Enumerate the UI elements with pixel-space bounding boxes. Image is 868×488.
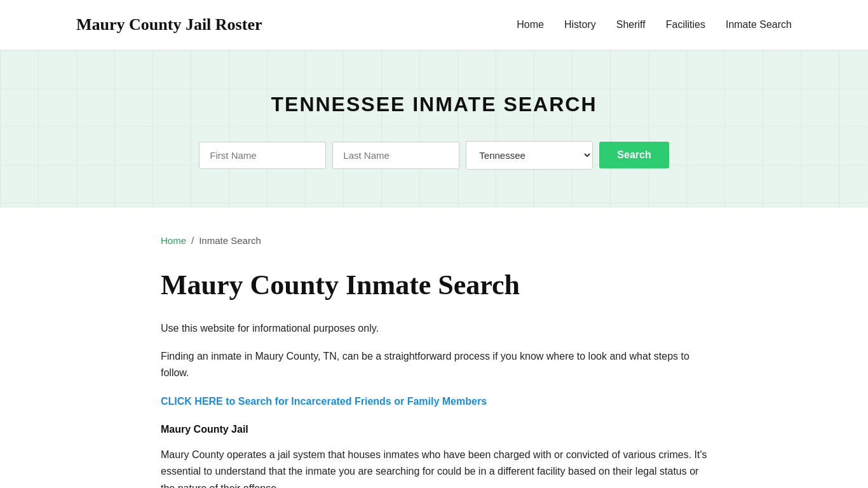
intro-para-1: Use this website for informational purpo…: [161, 320, 707, 337]
breadcrumb-separator: /: [191, 233, 194, 248]
search-form: Tennessee Alabama Georgia Search: [13, 141, 855, 170]
state-select[interactable]: Tennessee Alabama Georgia: [466, 141, 593, 170]
hero-section: TENNESSEE INMATE SEARCH Tennessee Alabam…: [0, 50, 868, 208]
intro-para-2: Finding an inmate in Maury County, TN, c…: [161, 348, 707, 382]
page-title: Maury County Inmate Search: [161, 269, 707, 302]
click-here-paragraph: CLICK HERE to Search for Incarcerated Fr…: [161, 393, 707, 410]
nav-history[interactable]: History: [564, 17, 596, 33]
site-title: Maury County Jail Roster: [76, 11, 262, 38]
breadcrumb: Home / Inmate Search: [161, 233, 707, 248]
hero-title: TENNESSEE INMATE SEARCH: [13, 88, 855, 121]
breadcrumb-home[interactable]: Home: [161, 233, 186, 248]
search-link[interactable]: CLICK HERE to Search for Incarcerated Fr…: [161, 396, 487, 407]
section1-body: Maury County operates a jail system that…: [161, 447, 707, 488]
nav-facilities[interactable]: Facilities: [666, 17, 705, 33]
nav-home[interactable]: Home: [517, 17, 544, 33]
breadcrumb-current: Inmate Search: [199, 233, 261, 248]
nav-sheriff[interactable]: Sheriff: [616, 17, 646, 33]
last-name-input[interactable]: [332, 142, 459, 169]
main-nav: Home History Sheriff Facilities Inmate S…: [517, 17, 792, 33]
section1-heading: Maury County Jail: [161, 421, 707, 438]
search-button[interactable]: Search: [599, 142, 668, 168]
first-name-input[interactable]: [199, 142, 326, 169]
site-header: Maury County Jail Roster Home History Sh…: [0, 0, 868, 50]
main-content: Home / Inmate Search Maury County Inmate…: [85, 208, 783, 488]
nav-inmate-search[interactable]: Inmate Search: [726, 17, 792, 33]
